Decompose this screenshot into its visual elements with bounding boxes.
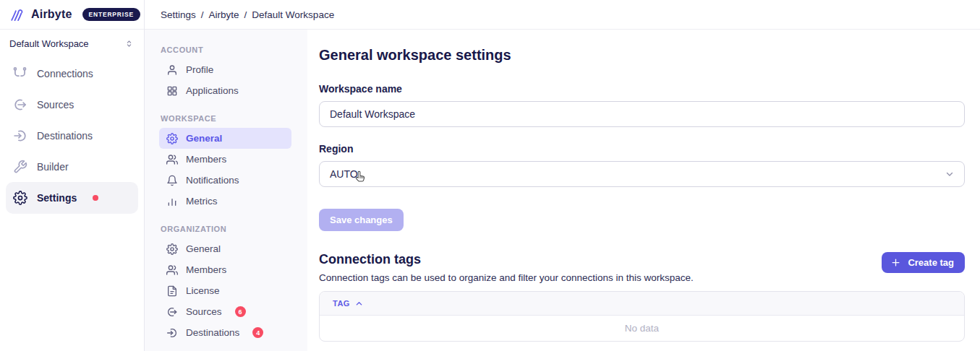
enterprise-badge: ENTERPRISE	[82, 8, 140, 21]
workspace-name-label: Workspace name	[319, 83, 965, 95]
connection-tags-description: Connection tags can be used to organize …	[319, 272, 694, 283]
settings-nav-label: Destinations	[186, 327, 239, 338]
tag-column-header[interactable]: TAG	[320, 292, 964, 316]
settings-nav-label: General	[186, 243, 221, 254]
settings-nav-item-workspace-general[interactable]: General	[159, 128, 291, 149]
tags-table: TAG No data	[319, 291, 965, 342]
settings-nav-label: Members	[186, 264, 226, 275]
bell-icon	[166, 175, 178, 186]
right-zone: Settings / Airbyte / Default Workspace A…	[145, 0, 980, 351]
settings-nav-item-workspace-members[interactable]: Members	[159, 149, 291, 170]
settings-nav-item-org-members[interactable]: Members	[159, 259, 291, 280]
settings-nav-label: License	[186, 285, 220, 296]
sidebar-item-label: Destinations	[37, 130, 93, 142]
connections-icon	[12, 66, 27, 81]
settings-nav-item-org-destinations[interactable]: Destinations 4	[159, 322, 291, 343]
bar-chart-icon	[166, 196, 178, 207]
wrench-icon	[12, 159, 27, 174]
brand-name: Airbyte	[31, 8, 72, 21]
chevron-down-icon	[945, 169, 955, 179]
plus-icon	[890, 257, 901, 268]
breadcrumb: Settings / Airbyte / Default Workspace	[161, 9, 334, 20]
settings-nav-label: Members	[186, 154, 226, 165]
settings-nav-label: Profile	[186, 64, 213, 75]
sources-count-badge: 6	[235, 306, 246, 317]
connection-tags-header-text: Connection tags Connection tags can be u…	[319, 252, 694, 283]
settings-nav-label: Metrics	[186, 196, 218, 207]
app-window: Airbyte ENTERPRISE Default Workspace Con…	[0, 0, 980, 351]
workspace-selector-label: Default Workspace	[9, 38, 89, 49]
gear-icon	[166, 133, 178, 144]
workspace-selector[interactable]: Default Workspace	[0, 30, 144, 58]
sidebar-item-label: Connections	[37, 68, 93, 79]
tag-column-label: TAG	[333, 299, 350, 308]
airbyte-logo-icon	[9, 6, 25, 22]
region-selected-value: AUTO	[330, 168, 358, 180]
sidebar-item-settings[interactable]: Settings	[6, 182, 138, 214]
sidebar-item-label: Settings	[37, 192, 77, 204]
logo-row: Airbyte ENTERPRISE	[0, 0, 144, 30]
destination-icon	[12, 128, 27, 143]
settings-nav-label: General	[186, 133, 222, 144]
gear-icon	[12, 191, 27, 206]
grid-icon	[166, 85, 178, 97]
breadcrumb-default-workspace[interactable]: Default Workspace	[252, 9, 334, 20]
settings-nav-item-profile[interactable]: Profile	[159, 59, 291, 80]
workspace-name-input[interactable]	[319, 101, 965, 127]
notification-dot	[93, 195, 98, 201]
create-tag-label: Create tag	[908, 257, 954, 268]
breadcrumb-separator: /	[244, 9, 247, 20]
settings-nav: ACCOUNT Profile	[145, 30, 307, 351]
settings-nav-label: Sources	[186, 306, 222, 317]
connection-tags-title: Connection tags	[319, 252, 694, 267]
updown-chevron-icon	[124, 39, 134, 48]
settings-nav-item-metrics[interactable]: Metrics	[159, 191, 291, 212]
users-icon	[166, 264, 178, 276]
sidebar-item-connections[interactable]: Connections	[0, 58, 144, 89]
section-heading-workspace: WORKSPACE	[145, 114, 307, 128]
sidebar-item-destinations[interactable]: Destinations	[0, 120, 144, 151]
sidebar-item-sources[interactable]: Sources	[0, 89, 144, 120]
sort-ascending-icon	[355, 300, 363, 308]
save-changes-button[interactable]: Save changes	[319, 209, 404, 231]
page-title: General workspace settings	[319, 47, 965, 64]
create-tag-button[interactable]: Create tag	[882, 252, 965, 273]
section-heading-organization: ORGANIZATION	[145, 225, 307, 238]
breadcrumb-airbyte[interactable]: Airbyte	[209, 9, 239, 20]
settings-nav-item-notifications[interactable]: Notifications	[159, 170, 291, 191]
region-label: Region	[319, 143, 965, 155]
users-icon	[166, 154, 178, 165]
breadcrumb-separator: /	[201, 9, 204, 20]
settings-nav-item-org-general[interactable]: General	[159, 238, 291, 259]
settings-nav-item-license[interactable]: License	[159, 280, 291, 301]
license-icon	[166, 285, 178, 297]
primary-sidebar: Airbyte ENTERPRISE Default Workspace Con…	[0, 0, 145, 351]
region-select[interactable]: AUTO	[319, 161, 965, 187]
topbar: Settings / Airbyte / Default Workspace	[145, 0, 980, 30]
settings-nav-item-applications[interactable]: Applications	[159, 80, 291, 101]
source-icon	[166, 306, 178, 318]
sidebar-item-label: Builder	[37, 161, 69, 173]
table-empty-state: No data	[320, 316, 964, 341]
breadcrumb-settings[interactable]: Settings	[161, 9, 196, 20]
source-icon	[12, 97, 27, 112]
settings-nav-label: Notifications	[186, 175, 239, 186]
sidebar-item-label: Sources	[37, 99, 74, 110]
section-heading-account: ACCOUNT	[145, 46, 307, 59]
destination-icon	[166, 327, 178, 339]
sidebar-item-builder[interactable]: Builder	[0, 151, 144, 182]
destinations-count-badge: 4	[252, 327, 263, 338]
primary-nav: Connections Sources Destinations	[0, 58, 144, 214]
user-icon	[166, 64, 178, 76]
main-content: General workspace settings Workspace nam…	[307, 30, 980, 351]
settings-nav-item-org-sources[interactable]: Sources 6	[159, 301, 291, 322]
gear-icon	[166, 243, 178, 255]
settings-nav-label: Applications	[186, 85, 239, 96]
